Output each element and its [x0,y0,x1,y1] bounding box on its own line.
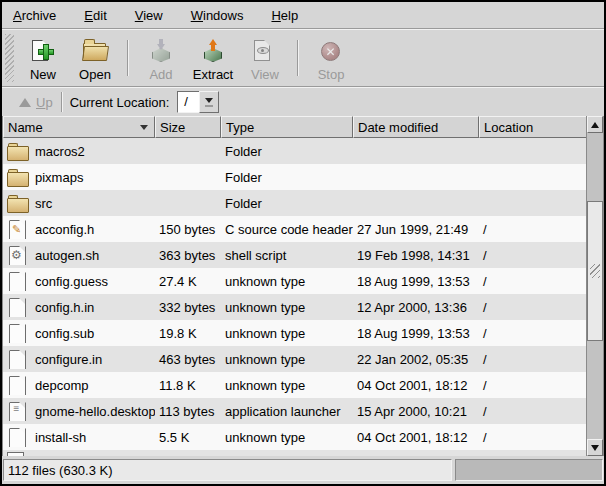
toolbar-drag-handle[interactable] [5,34,14,82]
menu-windows[interactable]: Windows [182,4,253,27]
table-row[interactable]: install-sh 5.5 K unknown type 04 Oct 200… [3,424,589,450]
file-icon-glyph [9,325,24,341]
location-dropdown-button[interactable] [199,91,219,113]
file-type-cell: application launcher [221,404,353,419]
file-name-cell: depcomp [3,375,155,395]
stop-icon: ✕ [317,39,345,65]
status-bar: 112 files (630.3 K) [2,456,604,484]
column-header-label: Type [226,120,254,135]
toolbar-button-label: Add [149,67,172,82]
stop-button: ✕ Stop [305,32,357,84]
menu-bar: Archive Edit View Windows Help [2,2,604,28]
file-date-cell: 04 Oct 2001, 18:12 [353,378,479,393]
file-name-cell: install-sh [3,427,155,447]
file-name-cell: ≡ gnome-hello.desktop [3,401,155,421]
view-button: View [239,32,291,84]
table-row[interactable]: ≡ gnome-hello.desktop 113 bytes applicat… [3,398,589,424]
file-location-cell: / [479,274,589,289]
file-type-cell: unknown type [221,352,353,367]
table-row[interactable]: ✎ acconfig.h 150 bytes C source code hea… [3,216,589,242]
column-header-size[interactable]: Size [155,116,221,138]
file-date-cell: 22 Jan 2002, 05:35 [353,352,479,367]
file-location-cell: / [479,378,589,393]
toolbar-button-label: View [251,67,279,82]
toolbar: New Open Add Extract View ✕ Stop [2,30,604,86]
new-button[interactable]: New [17,32,69,84]
toolbar-separator [297,40,299,76]
location-bar-separator [61,92,63,112]
extract-button[interactable]: Extract [187,32,239,84]
file-type-cell: Folder [221,144,353,159]
file-name: src [35,196,52,211]
scrollbar-thumb[interactable] [587,201,603,341]
file-size-cell: 363 bytes [155,248,221,263]
file-icon-glyph [9,429,24,445]
open-button[interactable]: Open [69,32,121,84]
toolbar-separator [127,40,129,76]
file-icon-glyph [9,169,24,185]
new-archive-icon [29,39,57,65]
menu-view[interactable]: View [126,4,172,27]
add-button: Add [135,32,187,84]
table-row[interactable]: macros2 Folder [3,138,589,164]
column-header-name[interactable]: Name [3,116,155,138]
document-icon [7,297,29,317]
menu-archive[interactable]: Archive [4,4,65,27]
scroll-up-button[interactable] [587,116,603,133]
file-size-cell: 5.5 K [155,430,221,445]
column-header-date-modified[interactable]: Date modified [353,116,479,138]
table-row[interactable]: depcomp 11.8 K unknown type 04 Oct 2001,… [3,372,589,398]
document-icon [7,427,29,447]
file-date-cell: 27 Jun 1999, 21:49 [353,222,479,237]
sort-descending-icon [140,125,148,130]
file-type-cell: C source code header [221,222,353,237]
table-row[interactable]: pixmaps Folder [3,164,589,190]
file-name-cell: pixmaps [3,167,155,187]
table-row[interactable]: src Folder [3,190,589,216]
table-row[interactable]: configure.in 463 bytes unknown type 22 J… [3,346,589,372]
column-header-label: Date modified [358,120,438,135]
file-name: install-sh [35,430,86,445]
file-name-cell: ✎ acconfig.h [3,219,155,239]
location-input[interactable]: / [177,91,199,113]
table-row[interactable]: config.sub 19.8 K unknown type 18 Aug 19… [3,320,589,346]
column-header-label: Name [8,120,43,135]
toolbar-button-label: Open [79,67,111,82]
file-name: pixmaps [35,170,83,185]
progress-area [455,459,603,481]
file-name-cell: macros2 [3,141,155,161]
file-date-cell: 12 Apr 2000, 13:36 [353,300,479,315]
table-row[interactable]: ⚙ autogen.sh 363 bytes shell script 19 F… [3,242,589,268]
file-name: gnome-hello.desktop [35,404,155,419]
file-name-cell: config.h.in [3,297,155,317]
table-header: Name Size Type Date modified Location [3,116,589,138]
arrow-up-icon [591,122,599,128]
menu-edit[interactable]: Edit [75,4,115,27]
file-icon-glyph [9,299,24,315]
shell-script-icon: ⚙ [7,245,29,265]
menu-help[interactable]: Help [262,4,307,27]
file-location-cell: / [479,248,589,263]
table-row[interactable]: config.h.in 332 bytes unknown type 12 Ap… [3,294,589,320]
file-name: configure.in [35,352,102,367]
file-name: config.guess [35,274,108,289]
up-arrow-icon [19,98,31,107]
column-header-type[interactable]: Type [221,116,353,138]
combo-bar-decoration [205,105,213,107]
file-type-cell: Folder [221,196,353,211]
file-name-cell: configure.in [3,349,155,369]
file-icon-glyph [9,351,24,367]
file-name: depcomp [35,378,88,393]
file-icon-glyph [9,195,24,211]
file-size-cell: 332 bytes [155,300,221,315]
scroll-down-button[interactable] [587,439,603,456]
document-icon [7,375,29,395]
file-type-cell: shell script [221,248,353,263]
table-row[interactable]: config.guess 27.4 K unknown type 18 Aug … [3,268,589,294]
vertical-scrollbar[interactable] [586,116,603,456]
file-location-cell: / [479,300,589,315]
toolbar-button-label: Extract [193,67,233,82]
file-location-cell: / [479,222,589,237]
folder-icon [7,141,29,161]
column-header-location[interactable]: Location [479,116,589,138]
